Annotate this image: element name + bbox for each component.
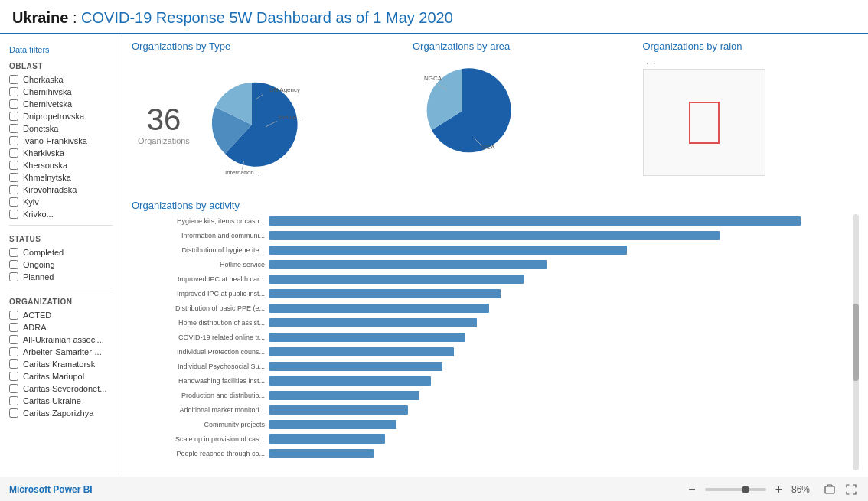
checkbox-donetska[interactable] (9, 124, 18, 133)
bar-row-1: Information and communi... (132, 229, 847, 242)
sidebar-item-planned[interactable]: Planned (0, 271, 122, 283)
sidebar-item-caritas-kramatorsk[interactable]: Caritas Kramatorsk (0, 358, 122, 370)
bar-label-15: Scale up in provision of cas... (132, 435, 269, 443)
sidebar-item-ivano-frankivska[interactable]: Ivano-Frankivska (0, 135, 122, 147)
sidebar-item-kharkivska[interactable]: Kharkivska (0, 147, 122, 159)
powerbi-link[interactable]: Microsoft Power BI (9, 484, 93, 495)
bar-track-16 (269, 449, 847, 458)
bar-track-12 (269, 391, 847, 400)
bar-fill-11 (269, 376, 431, 386)
fullscreen-icon[interactable] (844, 482, 859, 497)
expand-icon[interactable] (822, 482, 837, 497)
checkbox-caritas-ukraine[interactable] (9, 396, 18, 405)
checkbox-cherkaska[interactable] (9, 75, 18, 84)
sidebar-item-donetska[interactable]: Donetska (0, 122, 122, 135)
bar-fill-15 (269, 434, 385, 444)
sidebar-item-caritas-mariupol[interactable]: Caritas Mariupol (0, 370, 122, 382)
bar-label-0: Hygiene kits, items or cash... (132, 217, 269, 225)
sidebar-item-cherkaska[interactable]: Cherkaska (0, 73, 122, 86)
pie-label-un: UN Agency (269, 86, 300, 93)
sidebar-item-kirovohradska[interactable]: Kirovohradska (0, 184, 122, 196)
checkbox-acted[interactable] (9, 311, 18, 320)
bar-row-0: Hygiene kits, items or cash... (132, 214, 847, 227)
org-by-activity-section: Organizations by activity Hygiene kits, … (132, 200, 859, 470)
org-by-raion-chart: Organizations by raion · · (635, 41, 860, 194)
bar-fill-0 (269, 216, 801, 226)
bar-row-4: Improved IPC at health car... (132, 272, 847, 285)
sidebar-item-all-ukrainian[interactable]: All-Ukrainian associ... (0, 333, 122, 346)
oblast-section-title: OBLAST (0, 57, 122, 73)
zoom-value: 86% (791, 484, 810, 495)
checkbox-caritas-mariupol[interactable] (9, 372, 18, 381)
chart-scrollbar[interactable] (853, 214, 859, 470)
bar-row-6: Distribution of basic PPE (e... (132, 301, 847, 314)
sidebar-item-adra[interactable]: ADRA (0, 321, 122, 333)
sidebar-item-kyiv[interactable]: Kyiv (0, 196, 122, 208)
checkbox-all-ukrainian[interactable] (9, 335, 18, 344)
bar-track-5 (269, 289, 847, 298)
title-bold: Ukraine (12, 9, 68, 26)
bar-row-14: Community projects (132, 418, 847, 431)
sidebar-item-caritas-ukraine[interactable]: Caritas Ukraine (0, 395, 122, 407)
bar-fill-13 (269, 405, 408, 415)
zoom-slider[interactable] (705, 488, 766, 491)
sidebar-item-caritas-severodonet[interactable]: Caritas Severodonet... (0, 382, 122, 395)
sidebar-item-ongoing[interactable]: Ongoing (0, 259, 122, 271)
bar-fill-12 (269, 391, 419, 400)
org-type-pie: UN Agency Nation... Internation... (202, 75, 302, 174)
sidebar-item-chernihivska[interactable]: Chernihivska (0, 86, 122, 98)
checkbox-kyiv[interactable] (9, 197, 18, 207)
checkbox-chernivetska[interactable] (9, 99, 18, 109)
sidebar-item-acted[interactable]: ACTED (0, 309, 122, 321)
bar-row-2: Distribution of hygiene ite... (132, 243, 847, 256)
org-by-type-title: Organizations by Type (132, 41, 391, 52)
bar-label-1: Information and communi... (132, 232, 269, 239)
checkbox-dnipropetrovska[interactable] (9, 112, 18, 121)
checkbox-khmelnytska[interactable] (9, 173, 18, 182)
checkbox-completed[interactable] (9, 248, 18, 257)
bar-label-8: COVID-19 related online tr... (132, 333, 269, 341)
checkbox-khersonska[interactable] (9, 161, 18, 170)
checkbox-kirovohradska[interactable] (9, 185, 18, 194)
zoom-plus-icon[interactable]: + (775, 483, 782, 496)
sidebar-item-caritas-zaporizhya[interactable]: Caritas Zaporizhya (0, 407, 122, 419)
checkbox-ongoing[interactable] (9, 260, 18, 269)
org-count-number: 36 (147, 104, 181, 135)
checkbox-caritas-zaporizhya[interactable] (9, 408, 18, 418)
org-by-area-chart: Organizations by area NGCA GCA (397, 41, 629, 194)
bar-row-15: Scale up in provision of cas... (132, 432, 847, 445)
checkbox-adra[interactable] (9, 323, 18, 332)
bar-fill-10 (269, 362, 442, 371)
title-rest: COVID-19 Response 5W Dashboard as of 1 M… (81, 9, 453, 26)
sidebar-item-arbeiter[interactable]: Arbeiter-Samariter-... (0, 346, 122, 358)
sidebar-item-completed[interactable]: Completed (0, 246, 122, 259)
sidebar: Data filters OBLAST Cherkaska Chernihivs… (0, 34, 122, 477)
sidebar-item-khersonska[interactable]: Khersonska (0, 159, 122, 171)
checkbox-chernihivska[interactable] (9, 87, 18, 96)
checkbox-ivano-frankivska[interactable] (9, 136, 18, 145)
checkbox-arbeiter[interactable] (9, 347, 18, 356)
checkbox-kharkivska[interactable] (9, 148, 18, 158)
org-by-activity-title: Organizations by activity (132, 200, 859, 211)
svg-rect-5 (825, 486, 834, 493)
divider-1 (9, 225, 113, 226)
checkbox-krivko[interactable] (9, 210, 18, 219)
bar-fill-6 (269, 304, 489, 313)
status-section-title: STATUS (0, 230, 122, 246)
checkbox-caritas-severodonet[interactable] (9, 384, 18, 393)
bar-fill-5 (269, 289, 501, 298)
checkbox-planned[interactable] (9, 272, 18, 281)
checkbox-caritas-kramatorsk[interactable] (9, 359, 18, 369)
org-by-type-chart: Organizations by Type 36 Organizations (132, 41, 391, 194)
bar-row-8: COVID-19 related online tr... (132, 330, 847, 343)
sidebar-item-khmelnytska[interactable]: Khmelnytska (0, 171, 122, 184)
bar-fill-7 (269, 318, 477, 327)
bar-row-16: People reached through co... (132, 447, 847, 460)
bar-track-8 (269, 333, 847, 342)
sidebar-item-dnipropetrovska[interactable]: Dnipropetrovska (0, 110, 122, 122)
sidebar-item-krivko[interactable]: Krivko... (0, 208, 122, 220)
bar-row-13: Additional market monitori... (132, 403, 847, 416)
zoom-minus-icon[interactable]: − (688, 483, 695, 496)
sidebar-item-chernivetska[interactable]: Chernivetska (0, 98, 122, 110)
bar-label-12: Production and distributio... (132, 392, 269, 399)
